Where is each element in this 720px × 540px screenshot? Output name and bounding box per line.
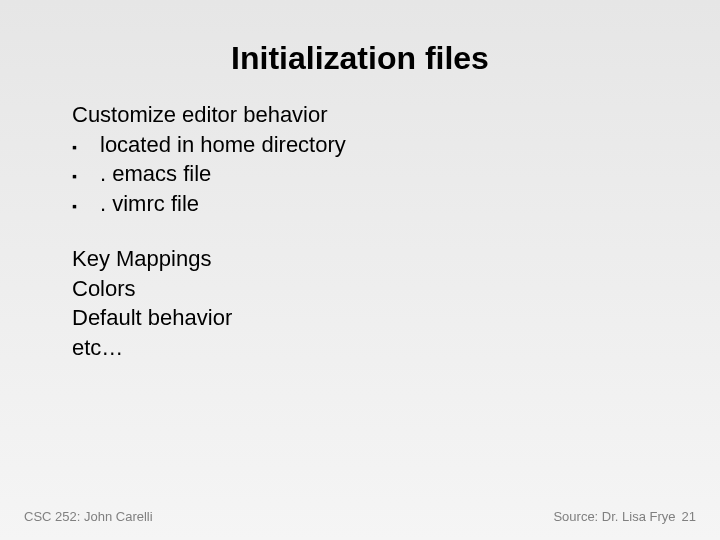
intro-line: Customize editor behavior	[72, 101, 660, 129]
slide-container: Initialization files Customize editor be…	[0, 0, 720, 540]
block-list: Key Mappings Colors Default behavior etc…	[72, 245, 660, 361]
bullet-item: ▪ . vimrc file	[72, 190, 660, 218]
block-customize: Customize editor behavior ▪ located in h…	[72, 101, 660, 217]
footer-source: Source: Dr. Lisa Frye	[553, 509, 675, 524]
list-line: Key Mappings	[72, 245, 660, 273]
bullet-text: . emacs file	[100, 160, 660, 188]
bullet-icon: ▪	[72, 195, 100, 217]
slide-content: Customize editor behavior ▪ located in h…	[60, 101, 660, 520]
bullet-item: ▪ located in home directory	[72, 131, 660, 159]
bullet-text: . vimrc file	[100, 190, 660, 218]
list-line: Colors	[72, 275, 660, 303]
slide-title: Initialization files	[60, 40, 660, 77]
bullet-item: ▪ . emacs file	[72, 160, 660, 188]
footer-right: Source: Dr. Lisa Frye 21	[553, 509, 696, 524]
bullet-icon: ▪	[72, 136, 100, 158]
slide-footer: CSC 252: John Carelli Source: Dr. Lisa F…	[0, 509, 720, 524]
footer-left: CSC 252: John Carelli	[24, 509, 153, 524]
list-line: Default behavior	[72, 304, 660, 332]
list-line: etc…	[72, 334, 660, 362]
page-number: 21	[682, 509, 696, 524]
bullet-icon: ▪	[72, 165, 100, 187]
bullet-text: located in home directory	[100, 131, 660, 159]
